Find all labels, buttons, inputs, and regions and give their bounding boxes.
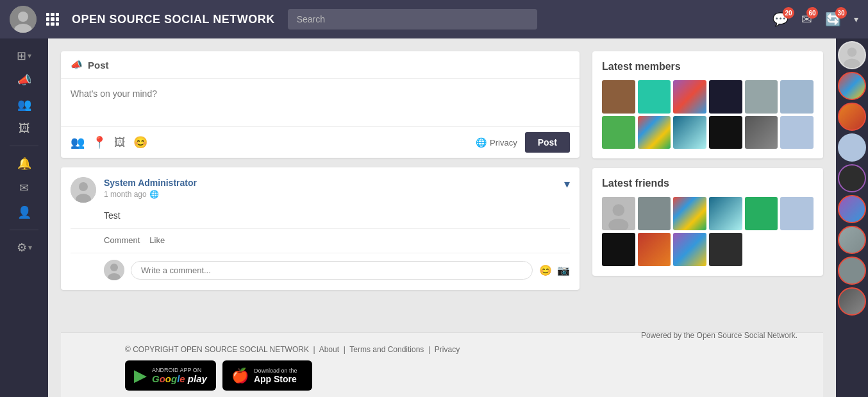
messages-button[interactable]: ✉ 60 xyxy=(798,8,815,30)
user-avatar[interactable] xyxy=(10,6,37,33)
member-thumb[interactable] xyxy=(709,116,742,149)
top-navigation: OPEN SOURCE SOCIAL NETWORK 💬 20 ✉ 60 🔄 3… xyxy=(0,0,868,38)
right-avatar-9[interactable] xyxy=(838,287,866,316)
powered-by-text: Powered by the Open Source Social Networ… xyxy=(125,331,810,340)
user-plus-icon: 👤 xyxy=(17,205,31,219)
post-author-link[interactable]: System Administrator xyxy=(104,178,197,188)
right-avatar-2[interactable] xyxy=(838,72,866,100)
image-upload-icon[interactable]: 🖼 xyxy=(114,136,126,149)
sidebar-item-groups[interactable]: 👥 xyxy=(0,94,48,115)
member-thumb[interactable] xyxy=(638,116,671,149)
member-thumb[interactable] xyxy=(602,80,635,114)
sidebar-item-megaphone[interactable]: 📣 xyxy=(0,69,48,91)
friend-requests-button[interactable]: 🔄 30 xyxy=(822,8,844,30)
app-store-badge[interactable]: 🍎 Download on the App Store xyxy=(222,360,312,391)
friend-thumb[interactable] xyxy=(709,233,742,266)
main-layout: ⊞ ▾ 📣 👥 🖼 🔔 ✉ 👤 ⚙ ▾ xyxy=(0,38,868,397)
topnav-icons: 💬 20 ✉ 60 🔄 30 ▾ xyxy=(769,8,858,30)
user-dropdown-button[interactable]: ▾ xyxy=(854,14,858,24)
friend-requests-badge: 30 xyxy=(835,7,847,19)
comment-button[interactable]: Comment xyxy=(104,235,140,245)
member-thumb[interactable] xyxy=(673,116,706,149)
home-icon: ⊞ xyxy=(17,49,26,63)
groups-icon: 👥 xyxy=(17,97,31,112)
apple-icon: 🍎 xyxy=(231,367,249,384)
sidebar-item-messages[interactable]: ✉ xyxy=(0,177,48,199)
content-columns: 📣 Post 👥 📍 🖼 😊 🌐 Privacy xyxy=(61,51,823,323)
search-input[interactable] xyxy=(288,9,538,30)
friends-grid xyxy=(602,197,814,266)
footer: Powered by the Open Source Social Networ… xyxy=(61,332,823,397)
svg-point-1 xyxy=(18,12,28,22)
right-avatar-8[interactable] xyxy=(838,257,866,285)
right-avatar-3[interactable] xyxy=(838,103,866,131)
right-avatar-5[interactable] xyxy=(838,164,866,192)
post-header-label: Post xyxy=(88,60,109,71)
post-creation-box: 📣 Post 👥 📍 🖼 😊 🌐 Privacy xyxy=(61,51,580,158)
about-link[interactable]: About xyxy=(319,345,339,354)
friend-thumb[interactable] xyxy=(638,197,671,230)
sidebar-item-settings[interactable]: ⚙ ▾ xyxy=(0,237,48,258)
grid-menu-icon[interactable] xyxy=(46,13,59,26)
right-avatar-4[interactable] xyxy=(838,133,866,162)
post-header-icon: 📣 xyxy=(71,59,83,71)
latest-members-title: Latest members xyxy=(602,61,814,72)
google-play-badge[interactable]: ▶ ANDROID APP ON Google play xyxy=(125,360,216,391)
friend-thumb[interactable] xyxy=(602,233,635,266)
sidebar-item-friends[interactable]: 👤 xyxy=(0,201,48,223)
photo-icon: 🖼 xyxy=(19,122,30,135)
comment-input[interactable] xyxy=(131,261,533,280)
right-avatar-1[interactable] xyxy=(838,41,866,69)
tag-people-icon[interactable]: 👥 xyxy=(71,135,85,149)
friend-thumb[interactable] xyxy=(780,197,814,230)
member-thumb[interactable] xyxy=(745,116,778,149)
privacy-button[interactable]: 🌐 Privacy xyxy=(476,137,517,148)
right-avatar-7[interactable] xyxy=(838,226,866,254)
main-column: 📣 Post 👥 📍 🖼 😊 🌐 Privacy xyxy=(61,51,580,323)
post-box-header: 📣 Post xyxy=(61,51,580,79)
friend-thumb[interactable] xyxy=(709,197,742,230)
comment-emoji-icon[interactable]: 😊 xyxy=(539,264,552,276)
svg-point-7 xyxy=(110,264,118,271)
friend-thumb[interactable] xyxy=(673,197,706,230)
member-thumb[interactable] xyxy=(602,116,635,149)
location-icon[interactable]: 📍 xyxy=(92,135,106,149)
sidebar-item-notifications[interactable]: 🔔 xyxy=(0,153,48,174)
friend-thumb[interactable] xyxy=(602,197,635,230)
terms-link[interactable]: Terms and Conditions xyxy=(349,345,424,354)
app-store-sub-label: Download on the xyxy=(254,367,297,374)
like-button[interactable]: Like xyxy=(149,235,165,245)
feed-post-meta: System Administrator 1 month ago 🌐 xyxy=(104,177,556,199)
sidebar-item-photos[interactable]: 🖼 xyxy=(0,118,48,139)
feed-post-header: System Administrator 1 month ago 🌐 ▾ xyxy=(71,177,570,203)
friend-thumb[interactable] xyxy=(673,233,706,266)
friend-thumb[interactable] xyxy=(638,233,671,266)
post-menu-button[interactable]: ▾ xyxy=(564,177,570,191)
member-thumb[interactable] xyxy=(780,116,814,149)
footer-app-badges: ▶ ANDROID APP ON Google play 🍎 Download … xyxy=(125,360,810,391)
member-thumb[interactable] xyxy=(745,80,778,114)
comment-camera-icon[interactable]: 📷 xyxy=(557,264,570,276)
envelope-icon: ✉ xyxy=(19,181,29,195)
post-textarea[interactable] xyxy=(61,79,580,124)
home-chevron-icon: ▾ xyxy=(28,51,31,60)
latest-friends-widget: Latest friends xyxy=(592,168,823,275)
latest-members-widget: Latest members xyxy=(592,51,823,158)
friend-thumb[interactable] xyxy=(745,197,778,230)
copyright-text: © COPYRIGHT OPEN SOURCE SOCIAL NETWORK xyxy=(125,345,309,354)
member-thumb[interactable] xyxy=(638,80,671,114)
sidebar-item-home[interactable]: ⊞ ▾ xyxy=(0,45,48,67)
comment-icons: 😊 📷 xyxy=(539,264,570,276)
member-thumb[interactable] xyxy=(780,80,814,114)
post-content: Test xyxy=(71,210,570,221)
privacy-link[interactable]: Privacy xyxy=(435,345,460,354)
member-thumb[interactable] xyxy=(709,80,742,114)
google-play-icon: ▶ xyxy=(134,366,147,385)
messages-badge: 60 xyxy=(806,7,818,19)
right-avatar-6[interactable] xyxy=(838,195,866,223)
emoji-icon[interactable]: 😊 xyxy=(133,135,147,149)
post-submit-button[interactable]: Post xyxy=(525,132,570,153)
member-thumb[interactable] xyxy=(673,80,706,114)
notifications-button[interactable]: 💬 20 xyxy=(769,8,792,30)
svg-point-4 xyxy=(79,182,88,191)
